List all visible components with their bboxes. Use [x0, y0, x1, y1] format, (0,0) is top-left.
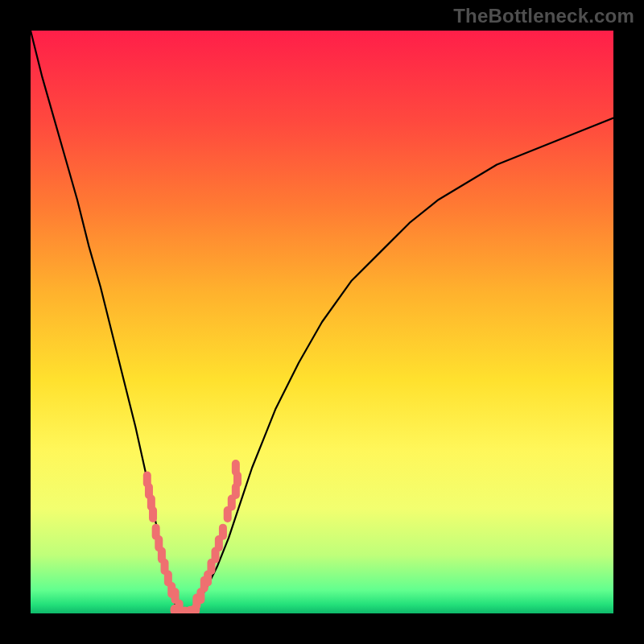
marker-right-cluster: [219, 524, 227, 540]
chart-svg: [31, 31, 613, 613]
marker-left-cluster: [149, 506, 157, 522]
marker-right-cluster: [232, 460, 240, 476]
watermark-label: TheBottleneck.com: [453, 5, 634, 27]
plot-area: [31, 31, 613, 613]
chart-container: TheBottleneck.com: [0, 0, 644, 644]
curve-curve: [31, 31, 613, 613]
